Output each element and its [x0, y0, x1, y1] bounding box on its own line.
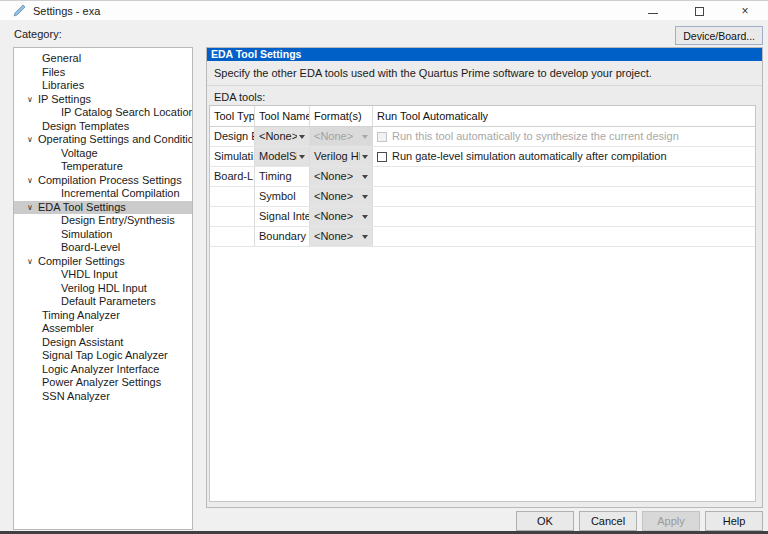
sidebar-item-label: Logic Analyzer Interface — [42, 363, 159, 375]
sidebar-item-eda-tool-settings[interactable]: ∨EDA Tool Settings — [14, 201, 192, 215]
table-header-format-s-: Format(s) — [310, 106, 373, 126]
sidebar-item-label: Design Assistant — [42, 336, 123, 348]
format-cell[interactable]: <None> — [310, 227, 373, 246]
tool-name-cell: Signal Inte... — [255, 207, 310, 226]
sidebar-item-label: Temperature — [61, 160, 123, 172]
sidebar-item-label: IP Settings — [38, 93, 91, 105]
minimize-button[interactable] — [630, 1, 676, 21]
sidebar-item-label: Default Parameters — [61, 295, 156, 307]
sidebar-item-timing-analyzer[interactable]: Timing Analyzer — [14, 309, 192, 323]
dropdown-value: <None> — [259, 127, 297, 146]
sidebar-item-label: EDA Tool Settings — [38, 201, 126, 213]
tool-type-cell — [210, 187, 255, 206]
close-button[interactable]: × — [722, 1, 768, 21]
category-tree: GeneralFilesLibraries∨IP SettingsIP Cata… — [13, 47, 193, 530]
sidebar-item-voltage[interactable]: Voltage — [14, 147, 192, 161]
sidebar-item-general[interactable]: General — [14, 52, 192, 66]
sidebar-item-board-level[interactable]: Board-Level — [14, 241, 192, 255]
sidebar-item-signal-tap-logic-analyzer[interactable]: Signal Tap Logic Analyzer — [14, 349, 192, 363]
sidebar-item-label: Operating Settings and Conditions — [38, 133, 193, 145]
category-label: Category: — [14, 28, 62, 40]
chevron-down-icon[interactable]: ∨ — [27, 201, 33, 215]
titlebar: Settings - exa × — [0, 0, 768, 20]
format-cell[interactable]: <None> — [310, 187, 373, 206]
sidebar-item-vhdl-input[interactable]: VHDL Input — [14, 268, 192, 282]
table-row: Design E...<None><None>Run this tool aut… — [210, 127, 755, 147]
chevron-down-icon[interactable]: ∨ — [27, 255, 33, 269]
chevron-down-icon — [362, 155, 368, 159]
sidebar-item-assembler[interactable]: Assembler — [14, 322, 192, 336]
sidebar-item-label: Board-Level — [61, 241, 120, 253]
table-header-run-tool-automatically: Run Tool Automatically — [373, 106, 755, 126]
eda-tool-settings-panel: EDA Tool Settings Specify the other EDA … — [206, 47, 763, 508]
sidebar-item-label: Incremental Compilation — [61, 187, 180, 199]
format-cell[interactable]: Verilog HDL — [310, 147, 373, 166]
sidebar-item-power-analyzer-settings[interactable]: Power Analyzer Settings — [14, 376, 192, 390]
sidebar-item-design-entry-synthesis[interactable]: Design Entry/Synthesis — [14, 214, 192, 228]
sidebar-item-label: Power Analyzer Settings — [42, 376, 161, 388]
tool-name-cell: Timing — [255, 167, 310, 186]
format-cell: <None> — [310, 127, 373, 146]
run-tool-cell: Run gate-level simulation automatically … — [373, 147, 755, 166]
table-header-tool-name: Tool Name — [255, 106, 310, 126]
sidebar-item-compilation-process-settings[interactable]: ∨Compilation Process Settings — [14, 174, 192, 188]
run-tool-cell: Run this tool automatically to synthesiz… — [373, 127, 755, 146]
eda-tools-label: EDA tools: — [207, 86, 762, 106]
format-cell[interactable]: <None> — [310, 167, 373, 186]
sidebar-item-label: General — [42, 52, 81, 64]
close-icon: × — [741, 5, 748, 17]
sidebar-item-ip-settings[interactable]: ∨IP Settings — [14, 93, 192, 107]
device-board-button[interactable]: Device/Board... — [675, 26, 763, 45]
chevron-down-icon — [362, 215, 368, 219]
dropdown-value: <None> — [314, 227, 353, 246]
sidebar-item-label: Design Templates — [42, 120, 129, 132]
sidebar-item-default-parameters[interactable]: Default Parameters — [14, 295, 192, 309]
sidebar-item-compiler-settings[interactable]: ∨Compiler Settings — [14, 255, 192, 269]
sidebar-item-design-assistant[interactable]: Design Assistant — [14, 336, 192, 350]
tool-name-cell[interactable]: <None> — [255, 127, 310, 146]
sidebar-item-verilog-hdl-input[interactable]: Verilog HDL Input — [14, 282, 192, 296]
dropdown-value: <None> — [314, 127, 353, 146]
table-row: Boundary ...<None> — [210, 227, 755, 247]
chevron-down-icon[interactable]: ∨ — [27, 174, 33, 188]
sidebar-item-incremental-compilation[interactable]: Incremental Compilation — [14, 187, 192, 201]
sidebar-item-design-templates[interactable]: Design Templates — [14, 120, 192, 134]
tool-type-cell: Simulati... — [210, 147, 255, 166]
sidebar-item-label: SSN Analyzer — [42, 390, 110, 402]
table-row: Board-L...Timing<None> — [210, 167, 755, 187]
chevron-down-icon — [362, 235, 368, 239]
cancel-button[interactable]: Cancel — [579, 511, 637, 531]
sidebar-item-files[interactable]: Files — [14, 66, 192, 80]
sidebar-item-libraries[interactable]: Libraries — [14, 79, 192, 93]
tool-type-cell: Board-L... — [210, 167, 255, 186]
sidebar-item-simulation[interactable]: Simulation — [14, 228, 192, 242]
chevron-down-icon — [362, 175, 368, 179]
maximize-icon — [695, 7, 704, 16]
sidebar-item-ip-catalog-search-locations[interactable]: IP Catalog Search Locations — [14, 106, 192, 120]
run-tool-cell — [373, 187, 755, 206]
run-automatically-checkbox[interactable] — [377, 152, 387, 162]
sidebar-item-label: Verilog HDL Input — [61, 282, 147, 294]
maximize-button[interactable] — [676, 1, 722, 21]
sidebar-item-label: Compilation Process Settings — [38, 174, 182, 186]
format-cell[interactable]: <None> — [310, 207, 373, 226]
chevron-down-icon[interactable]: ∨ — [27, 133, 33, 147]
sidebar-item-logic-analyzer-interface[interactable]: Logic Analyzer Interface — [14, 363, 192, 377]
chevron-down-icon — [362, 135, 368, 139]
sidebar-item-label: Simulation — [61, 228, 112, 240]
dropdown-value: ModelSim- — [259, 147, 297, 166]
dropdown-value: <None> — [314, 167, 353, 186]
sidebar-item-ssn-analyzer[interactable]: SSN Analyzer — [14, 390, 192, 404]
table-row: Signal Inte...<None> — [210, 207, 755, 227]
sidebar-item-temperature[interactable]: Temperature — [14, 160, 192, 174]
ok-button[interactable]: OK — [516, 511, 574, 531]
tool-type-cell — [210, 227, 255, 246]
window-controls: × — [630, 1, 768, 21]
tool-name-cell[interactable]: ModelSim- — [255, 147, 310, 166]
checkbox-label: Run gate-level simulation automatically … — [392, 147, 667, 166]
dropdown-value: <None> — [314, 207, 353, 226]
sidebar-item-operating-settings-and-conditions[interactable]: ∨Operating Settings and Conditions — [14, 133, 192, 147]
help-button[interactable]: Help — [705, 511, 763, 531]
sidebar-item-label: Timing Analyzer — [42, 309, 120, 321]
chevron-down-icon[interactable]: ∨ — [27, 93, 33, 107]
